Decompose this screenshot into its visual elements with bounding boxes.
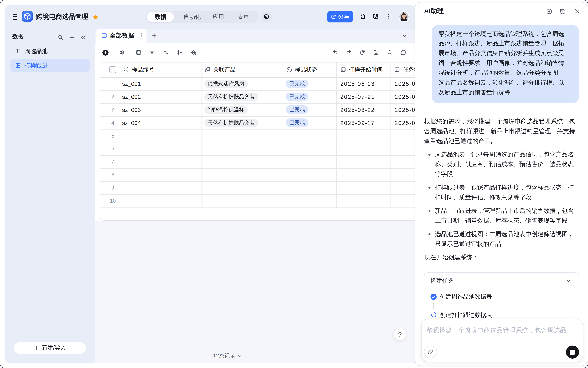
svg-text:2: 2 (124, 70, 125, 73)
svg-text:1: 1 (124, 67, 125, 70)
